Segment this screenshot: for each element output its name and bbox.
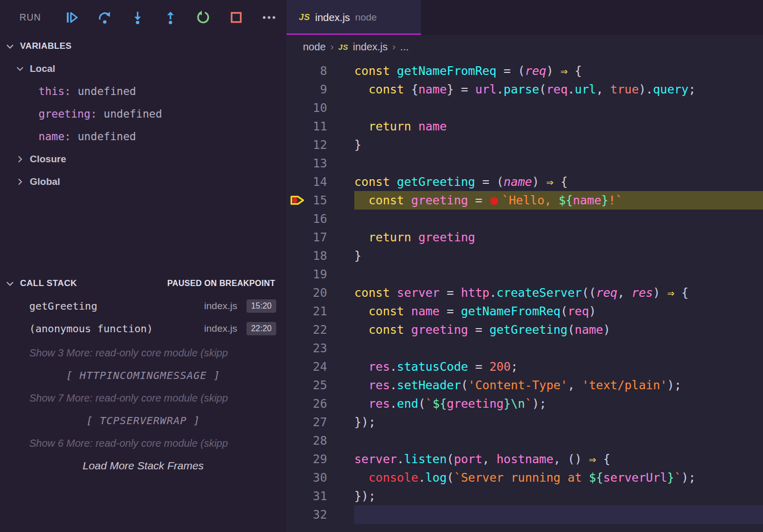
gutter[interactable]: 10 bbox=[287, 99, 354, 117]
line-content[interactable]: return greeting bbox=[354, 228, 763, 246]
load-more-stack-frames-link[interactable]: Load More Stack Frames bbox=[0, 454, 287, 477]
gutter[interactable]: 25 bbox=[287, 376, 354, 394]
more-actions-button[interactable] bbox=[261, 10, 277, 25]
gutter[interactable]: 11 bbox=[287, 117, 354, 136]
stack-frame[interactable]: getGreeting index.js 15:20 bbox=[0, 295, 287, 317]
variable-this[interactable]: this: undefined bbox=[0, 80, 287, 103]
line-content[interactable]: const server = http.createServer((req, r… bbox=[354, 283, 763, 302]
line-content[interactable]: }); bbox=[354, 413, 763, 431]
line-content[interactable]: res.statusCode = 200; bbox=[354, 357, 763, 376]
restart-button[interactable] bbox=[196, 10, 211, 25]
gutter[interactable]: 23 bbox=[287, 339, 354, 357]
code-line[interactable]: 15 const greeting = `Hello, ${name}!` bbox=[287, 191, 763, 210]
code-line[interactable]: 28 bbox=[287, 431, 763, 450]
line-content[interactable] bbox=[354, 99, 763, 117]
line-content[interactable] bbox=[354, 265, 763, 283]
code-line[interactable]: 19 bbox=[287, 265, 763, 283]
scope-global[interactable]: Global bbox=[0, 170, 287, 193]
scope-local[interactable]: Local bbox=[0, 58, 287, 80]
breadcrumb-folder[interactable]: node bbox=[303, 41, 326, 53]
line-content[interactable] bbox=[354, 210, 763, 228]
call-stack-header[interactable]: CALL STACK PAUSED ON BREAKPOINT bbox=[0, 272, 287, 295]
line-content[interactable] bbox=[354, 154, 763, 173]
gutter[interactable]: 9 bbox=[287, 80, 354, 99]
line-content[interactable] bbox=[354, 505, 763, 524]
show-more-frames-link[interactable]: Show 6 More: read-only core module (skip… bbox=[0, 432, 287, 454]
code-line[interactable]: 27}); bbox=[287, 413, 763, 431]
show-more-frames-link[interactable]: Show 3 More: read-only core module (skip… bbox=[0, 341, 287, 364]
line-content[interactable]: } bbox=[354, 136, 763, 154]
gutter[interactable]: 19 bbox=[287, 265, 354, 283]
gutter[interactable]: 21 bbox=[287, 302, 354, 320]
code-line[interactable]: 26 res.end(`${greeting}\n`); bbox=[287, 394, 763, 413]
code-line[interactable]: 8const getNameFromReq = (req) ⇒ { bbox=[287, 62, 763, 80]
gutter[interactable]: 30 bbox=[287, 468, 354, 487]
show-more-frames-link[interactable]: Show 7 More: read-only core module (skip… bbox=[0, 387, 287, 409]
gutter[interactable]: 24 bbox=[287, 357, 354, 376]
line-content[interactable]: }); bbox=[354, 487, 763, 505]
line-content[interactable]: res.end(`${greeting}\n`); bbox=[354, 394, 763, 413]
code-line[interactable]: 21 const name = getNameFromReq(req) bbox=[287, 302, 763, 320]
code-line[interactable]: 11 return name bbox=[287, 117, 763, 136]
line-content[interactable]: const name = getNameFromReq(req) bbox=[354, 302, 763, 320]
gutter[interactable]: 28 bbox=[287, 431, 354, 450]
code-line[interactable]: 29server.listen(port, hostname, () ⇒ { bbox=[287, 450, 763, 468]
scope-closure[interactable]: Closure bbox=[0, 148, 287, 170]
line-content[interactable]: res.setHeader('Content-Type', 'text/plai… bbox=[354, 376, 763, 394]
gutter[interactable]: 15 bbox=[287, 191, 354, 210]
stop-button[interactable] bbox=[228, 10, 244, 25]
gutter[interactable]: 26 bbox=[287, 394, 354, 413]
variables-header[interactable]: VARIABLES bbox=[0, 35, 287, 58]
code-editor[interactable]: 8const getNameFromReq = (req) ⇒ {9 const… bbox=[287, 59, 763, 532]
code-line[interactable]: 16 bbox=[287, 210, 763, 228]
code-line[interactable]: 9 const {name} = url.parse(req.url, true… bbox=[287, 80, 763, 99]
code-line[interactable]: 20const server = http.createServer((req,… bbox=[287, 283, 763, 302]
code-line[interactable]: 32 bbox=[287, 505, 763, 524]
gutter[interactable]: 18 bbox=[287, 246, 354, 265]
gutter[interactable]: 12 bbox=[287, 136, 354, 154]
breadcrumb-file[interactable]: index.js bbox=[353, 41, 388, 53]
gutter[interactable]: 14 bbox=[287, 173, 354, 191]
variable-name-row[interactable]: name: undefined bbox=[0, 125, 287, 148]
gutter[interactable]: 29 bbox=[287, 450, 354, 468]
code-line[interactable]: 31}); bbox=[287, 487, 763, 505]
gutter[interactable]: 32 bbox=[287, 505, 354, 524]
gutter[interactable]: 8 bbox=[287, 62, 354, 80]
code-line[interactable]: 18} bbox=[287, 246, 763, 265]
gutter[interactable]: 16 bbox=[287, 210, 354, 228]
code-line[interactable]: 30 console.log(`Server running at ${serv… bbox=[287, 468, 763, 487]
line-content[interactable]: const getNameFromReq = (req) ⇒ { bbox=[354, 62, 763, 80]
gutter[interactable]: 31 bbox=[287, 487, 354, 505]
line-content[interactable]: const {name} = url.parse(req.url, true).… bbox=[354, 80, 763, 99]
tab-index-js[interactable]: JS index.js node bbox=[287, 0, 421, 35]
gutter[interactable]: 13 bbox=[287, 154, 354, 173]
gutter[interactable]: 27 bbox=[287, 413, 354, 431]
code-line[interactable]: 22 const greeting = getGreeting(name) bbox=[287, 320, 763, 339]
inline-breakpoint-dot[interactable] bbox=[490, 197, 498, 205]
line-content[interactable]: server.listen(port, hostname, () ⇒ { bbox=[354, 450, 763, 468]
line-content[interactable]: const greeting = getGreeting(name) bbox=[354, 320, 763, 339]
code-line[interactable]: 25 res.setHeader('Content-Type', 'text/p… bbox=[287, 376, 763, 394]
line-content[interactable] bbox=[354, 431, 763, 450]
gutter[interactable]: 22 bbox=[287, 320, 354, 339]
step-over-button[interactable] bbox=[97, 10, 112, 25]
breadcrumb-symbol[interactable]: ... bbox=[400, 41, 409, 53]
step-out-button[interactable] bbox=[163, 10, 178, 25]
line-content[interactable]: const greeting = `Hello, ${name}!` bbox=[354, 191, 763, 210]
code-line[interactable]: 10 bbox=[287, 99, 763, 117]
line-content[interactable]: console.log(`Server running at ${serverU… bbox=[354, 468, 763, 487]
code-line[interactable]: 24 res.statusCode = 200; bbox=[287, 357, 763, 376]
gutter[interactable]: 20 bbox=[287, 283, 354, 302]
code-line[interactable]: 13 bbox=[287, 154, 763, 173]
code-line[interactable]: 23 bbox=[287, 339, 763, 357]
code-line[interactable]: 17 return greeting bbox=[287, 228, 763, 246]
gutter[interactable]: 17 bbox=[287, 228, 354, 246]
code-line[interactable]: 14const getGreeting = (name) ⇒ { bbox=[287, 173, 763, 191]
stack-frame[interactable]: (anonymous function) index.js 22:20 bbox=[0, 317, 287, 340]
line-content[interactable]: return name bbox=[354, 117, 763, 136]
code-line[interactable]: 12} bbox=[287, 136, 763, 154]
line-content[interactable] bbox=[354, 339, 763, 357]
step-into-button[interactable] bbox=[130, 10, 145, 25]
variable-greeting[interactable]: greeting: undefined bbox=[0, 103, 287, 125]
continue-button[interactable] bbox=[64, 10, 80, 25]
